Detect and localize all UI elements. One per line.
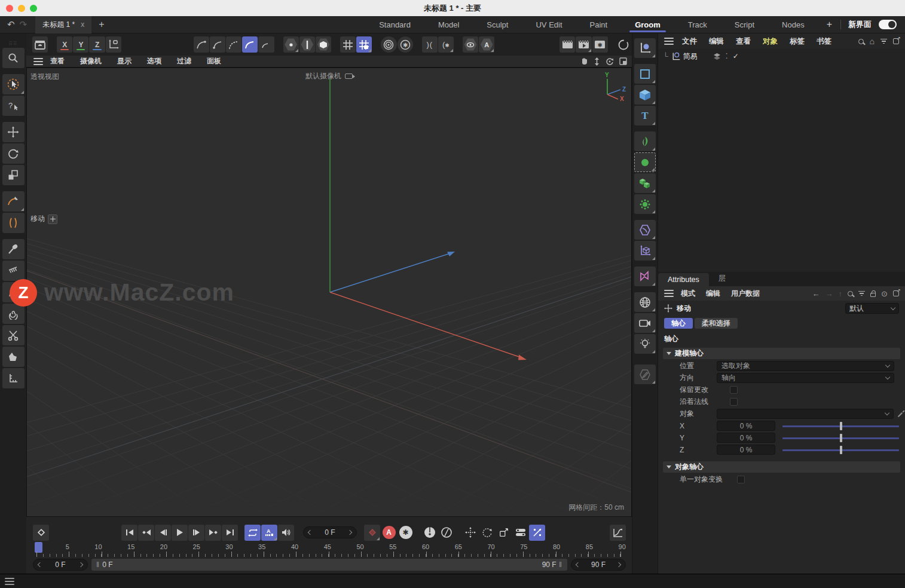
spline-pen-tool-icon[interactable]	[634, 38, 656, 58]
decrement-icon[interactable]	[576, 562, 580, 567]
status-menu-icon[interactable]	[5, 576, 14, 587]
layer-icon[interactable]	[713, 53, 721, 60]
keying-settings-button[interactable]: ✱	[398, 525, 414, 541]
hair-comb-icon[interactable]	[2, 261, 25, 281]
record-scale-button[interactable]	[496, 525, 512, 541]
decrement-icon[interactable]	[308, 530, 313, 535]
record-pla-button[interactable]	[529, 525, 545, 541]
lock-z-axis-button[interactable]: Z	[89, 36, 105, 53]
null-object-icon[interactable]	[634, 241, 656, 261]
current-frame-value[interactable]: 0 F	[325, 528, 335, 537]
live-selection-icon[interactable]	[2, 74, 25, 94]
viewport-menu-view[interactable]: 查看	[50, 56, 65, 66]
viewport-menu-camera[interactable]: 摄像机	[80, 56, 102, 66]
range-start-spinner[interactable]: 0 F	[33, 559, 88, 571]
record-keyframe-button[interactable]	[364, 525, 380, 541]
range-start-value[interactable]: 0 F	[55, 561, 65, 569]
range-grip-right-icon[interactable]: ‖	[557, 561, 562, 569]
falloff-dot-start-icon[interactable]	[210, 36, 225, 53]
attr-menu-userdata[interactable]: 用户数据	[731, 289, 760, 299]
eyedropper-icon[interactable]	[897, 410, 905, 418]
autokey-button[interactable]: A	[381, 525, 397, 541]
workspace-tab-model[interactable]: Model	[424, 16, 473, 33]
attr-search-icon[interactable]	[848, 291, 853, 296]
orientation-dropdown[interactable]: 轴向	[717, 373, 894, 383]
om-menu-bookmarks[interactable]: 书签	[817, 36, 831, 47]
viewport-menu-icon[interactable]	[33, 56, 43, 67]
field-object-icon[interactable]	[634, 152, 656, 172]
help-pick-icon[interactable]: ?	[2, 96, 25, 116]
om-menu-view[interactable]: 查看	[736, 36, 751, 47]
sky-environment-icon[interactable]	[634, 292, 656, 312]
auto-key-mode-button[interactable]	[438, 525, 454, 541]
curve-brackets-icon[interactable]	[2, 213, 25, 233]
new-interface-toggle[interactable]	[879, 20, 897, 29]
om-search-icon[interactable]	[858, 39, 864, 44]
close-document-icon[interactable]: x	[81, 20, 84, 29]
axis-x-value[interactable]: 0 %	[717, 421, 775, 431]
attr-menu-mode[interactable]: 模式	[681, 289, 695, 299]
record-position-button[interactable]	[462, 525, 478, 541]
range-end-value[interactable]: 90 F	[591, 561, 606, 569]
cube-primitive-icon[interactable]	[634, 85, 656, 105]
single-transform-checkbox[interactable]	[737, 476, 745, 483]
lock-y-axis-button[interactable]: Y	[73, 36, 88, 53]
asset-browser-icon[interactable]	[32, 36, 48, 53]
workspace-tab-paint[interactable]: Paint	[576, 16, 622, 33]
workspace-tab-standard[interactable]: Standard	[365, 16, 424, 33]
scissors-icon[interactable]	[2, 325, 25, 345]
attr-lock-icon[interactable]	[870, 293, 876, 297]
symmetry-settings-icon[interactable]: (✱	[438, 36, 454, 53]
attr-target-icon[interactable]: ⊙	[881, 289, 888, 298]
polygons-mode-icon[interactable]	[316, 36, 331, 53]
workplane-lock-icon[interactable]	[356, 36, 372, 53]
decrement-icon[interactable]	[38, 562, 42, 567]
previous-frame-button[interactable]	[155, 525, 171, 541]
symmetry-icon[interactable]: )(	[422, 36, 438, 53]
lock-x-axis-button[interactable]: X	[57, 36, 72, 53]
new-document-button[interactable]: +	[99, 19, 104, 30]
workspace-tab-sculpt[interactable]: Sculpt	[473, 16, 522, 33]
om-menu-tags[interactable]: 标签	[790, 36, 805, 47]
attr-menu-edit[interactable]: 编辑	[706, 289, 720, 299]
subtab-soft-selection[interactable]: 柔和选择	[695, 318, 738, 329]
keyframe-selection-button[interactable]	[421, 525, 438, 541]
modeling-axis-group-header[interactable]: 建模轴心	[663, 348, 900, 359]
workspace-tab-groom[interactable]: Groom	[621, 16, 674, 33]
attr-filter-icon[interactable]	[858, 290, 865, 298]
measure-icon[interactable]	[2, 368, 25, 388]
axis-z-slider[interactable]	[782, 446, 899, 454]
points-mode-icon[interactable]	[283, 36, 299, 53]
viewport-menu-options[interactable]: 选项	[147, 56, 161, 66]
push-finger-icon[interactable]	[2, 347, 25, 367]
range-grip-left-icon[interactable]: ‖	[96, 561, 102, 569]
redo-icon[interactable]: ↷	[20, 19, 27, 30]
move-tool-icon[interactable]	[2, 122, 25, 142]
viewport-menu-display[interactable]: 显示	[117, 56, 132, 66]
snap-settings-icon[interactable]: ✱	[398, 36, 413, 53]
workspace-tab-track[interactable]: Track	[674, 16, 721, 33]
tab-layers[interactable]: 层	[709, 271, 736, 286]
volume-builder-icon[interactable]	[634, 267, 656, 286]
generator-settings-icon[interactable]	[634, 194, 656, 214]
falloff-sharp-icon[interactable]	[258, 36, 274, 53]
keyframe-diamond-button[interactable]	[33, 525, 49, 541]
attr-popout-icon[interactable]	[893, 290, 899, 296]
interactive-render-icon[interactable]	[616, 36, 631, 53]
deformer-icon[interactable]	[634, 220, 656, 240]
toggle-panel-layout-icon[interactable]	[619, 57, 627, 65]
om-popout-icon[interactable]	[893, 38, 899, 44]
along-normal-checkbox[interactable]	[730, 398, 738, 406]
sound-button[interactable]	[278, 525, 294, 541]
subtab-axis[interactable]: 轴心	[664, 318, 693, 329]
visibility-dots-icon[interactable]: ⁚	[726, 54, 728, 58]
loop-playback-button[interactable]	[244, 525, 261, 541]
text-object-icon[interactable]: T	[634, 106, 656, 125]
active-camera-label[interactable]: 默认摄像机	[27, 71, 631, 81]
render-picture-viewer-icon[interactable]	[576, 36, 591, 53]
camera-object-icon[interactable]	[634, 313, 656, 333]
spline-rectangle-icon[interactable]	[634, 64, 656, 84]
history-back-icon[interactable]: ←	[812, 289, 820, 298]
falloff-dot-end-icon[interactable]	[194, 36, 209, 53]
om-filter-icon[interactable]	[880, 38, 887, 45]
